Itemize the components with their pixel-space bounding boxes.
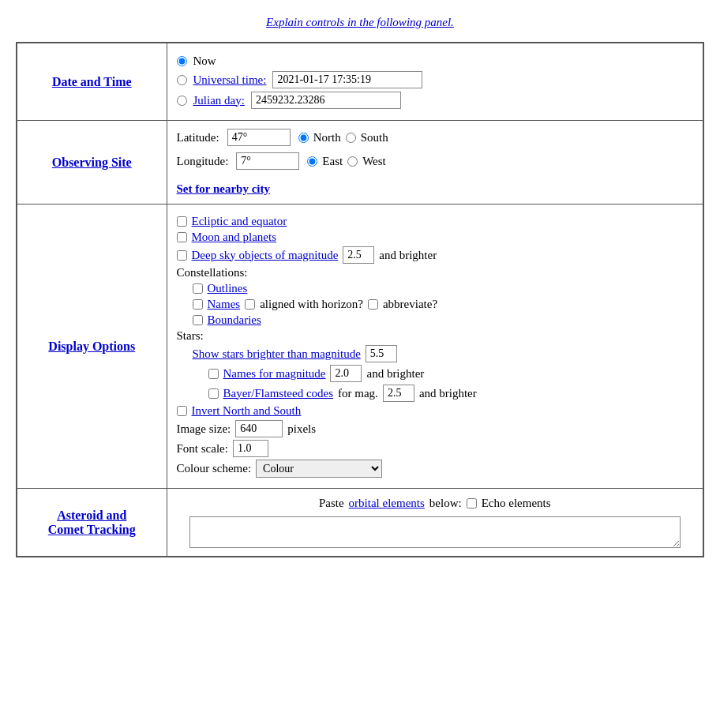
date-time-content: Now Universal time: Julian day: — [167, 43, 703, 121]
display-options-link[interactable]: Display Options — [48, 340, 135, 353]
bayer-mag-suffix: and brighter — [419, 387, 477, 400]
stars-header: Stars: — [177, 329, 694, 343]
bayer-link[interactable]: Bayer/Flamsteed codes — [223, 387, 334, 400]
names-link[interactable]: Names — [208, 298, 241, 310]
font-scale-input[interactable] — [233, 440, 268, 457]
names-label[interactable]: Names — [208, 298, 241, 311]
outlines-link[interactable]: Outlines — [208, 282, 248, 295]
date-time-link[interactable]: Date and Time — [52, 75, 132, 88]
west-radio[interactable] — [347, 156, 358, 167]
names-checkbox[interactable] — [193, 299, 203, 310]
moon-planets-checkbox[interactable] — [177, 232, 187, 242]
echo-checkbox[interactable] — [467, 498, 477, 508]
moon-planets-label[interactable]: Moon and planets — [192, 231, 276, 244]
names-mag-link[interactable]: Names for magnitude — [223, 367, 326, 380]
outlines-row: Outlines — [193, 282, 694, 295]
names-row: Names aligned with horizon? abbreviate? — [193, 298, 694, 311]
east-label[interactable]: East — [322, 155, 343, 168]
invert-link[interactable]: Invert North and South — [192, 404, 302, 417]
moon-planets-link[interactable]: Moon and planets — [192, 231, 276, 243]
julian-day-label[interactable]: Julian day: — [193, 94, 245, 107]
paste-prefix: Paste — [319, 497, 344, 510]
asteroid-label-line2: Comet Tracking — [48, 523, 136, 536]
names-mag-suffix: and brighter — [366, 367, 424, 381]
now-label[interactable]: Now — [193, 54, 216, 68]
observing-site-label-cell: Observing Site — [17, 121, 167, 205]
paste-row: Paste orbital elements below: Echo eleme… — [177, 497, 694, 510]
ecliptic-link[interactable]: Ecliptic and equator — [192, 215, 287, 227]
deep-sky-row: Deep sky objects of magnitude and bright… — [177, 246, 694, 264]
universal-time-radio[interactable] — [177, 75, 187, 85]
font-scale-row: Font scale: — [177, 440, 694, 457]
latitude-label: Latitude: — [177, 131, 219, 144]
julian-day-input[interactable] — [251, 92, 401, 109]
abbreviate-checkbox[interactable] — [368, 299, 378, 310]
bayer-mag-input[interactable] — [383, 385, 414, 402]
now-radio[interactable] — [177, 56, 187, 66]
bayer-mag-prefix: for mag. — [338, 387, 378, 400]
colour-scheme-label: Colour scheme: — [177, 462, 252, 475]
boundaries-label[interactable]: Boundaries — [208, 313, 261, 327]
names-mag-label[interactable]: Names for magnitude — [223, 367, 326, 381]
explain-link[interactable]: Explain controls in the following panel. — [266, 16, 454, 28]
ecliptic-label[interactable]: Ecliptic and equator — [192, 215, 287, 228]
east-west-group: East West — [307, 155, 385, 168]
north-label[interactable]: North — [313, 131, 341, 144]
universal-time-input[interactable] — [272, 71, 422, 88]
set-city-link[interactable]: Set for nearby city — [177, 182, 270, 196]
image-size-row: Image size: pixels — [177, 420, 694, 437]
bayer-checkbox[interactable] — [208, 388, 219, 399]
asteroid-link[interactable]: Asteroid and Comet Tracking — [48, 508, 136, 536]
orbital-elements-textarea[interactable] — [189, 516, 681, 548]
colour-scheme-select[interactable]: Colour B&W Night — [256, 460, 382, 478]
ecliptic-checkbox[interactable] — [177, 216, 187, 227]
observing-site-row: Observing Site Latitude: North South Lon… — [17, 121, 703, 205]
latitude-row: Latitude: North South — [177, 129, 694, 146]
invert-checkbox[interactable] — [177, 406, 187, 416]
south-label[interactable]: South — [361, 131, 388, 144]
show-stars-mag-input[interactable] — [366, 345, 397, 362]
moon-planets-row: Moon and planets — [177, 231, 694, 244]
names-mag-checkbox[interactable] — [208, 369, 219, 379]
latitude-input[interactable] — [227, 129, 291, 146]
bayer-label[interactable]: Bayer/Flamsteed codes — [223, 387, 334, 400]
show-stars-link[interactable]: Show stars brighter than magnitude — [193, 347, 361, 361]
names-mag-input[interactable] — [330, 365, 362, 382]
deep-sky-checkbox[interactable] — [177, 250, 187, 261]
image-size-input[interactable] — [235, 420, 283, 437]
echo-label: Echo elements — [482, 497, 551, 510]
observing-site-link[interactable]: Observing Site — [52, 156, 132, 169]
outlines-checkbox[interactable] — [193, 283, 203, 294]
deep-sky-suffix: and brighter — [379, 249, 437, 262]
julian-day-radio[interactable] — [177, 96, 187, 106]
julian-day-link[interactable]: Julian day: — [193, 94, 245, 107]
universal-time-link[interactable]: Universal time: — [193, 73, 267, 87]
now-row: Now — [177, 54, 694, 68]
ecliptic-row: Ecliptic and equator — [177, 215, 694, 228]
deep-sky-link[interactable]: Deep sky objects of magnitude — [192, 249, 339, 261]
longitude-input[interactable] — [236, 152, 299, 170]
aligned-checkbox[interactable] — [245, 299, 255, 310]
deep-sky-label[interactable]: Deep sky objects of magnitude — [192, 249, 339, 262]
boundaries-link[interactable]: Boundaries — [208, 313, 261, 326]
boundaries-row: Boundaries — [193, 313, 694, 327]
north-radio[interactable] — [298, 133, 309, 143]
boundaries-checkbox[interactable] — [193, 315, 203, 325]
outlines-label[interactable]: Outlines — [208, 282, 248, 295]
invert-label[interactable]: Invert North and South — [192, 404, 302, 418]
image-size-label: Image size: — [177, 422, 231, 436]
asteroid-content: Paste orbital elements below: Echo eleme… — [167, 489, 703, 557]
date-time-label-cell: Date and Time — [17, 43, 167, 121]
west-label[interactable]: West — [362, 155, 386, 168]
south-radio[interactable] — [346, 133, 356, 143]
asteroid-row: Asteroid and Comet Tracking Paste orbita… — [17, 489, 703, 557]
names-mag-row: Names for magnitude and brighter — [208, 365, 694, 382]
universal-time-label[interactable]: Universal time: — [193, 73, 267, 87]
deep-sky-mag-input[interactable] — [343, 246, 374, 264]
asteroid-label-cell: Asteroid and Comet Tracking — [17, 489, 167, 557]
date-time-row: Date and Time Now Universal time: Julian… — [17, 43, 703, 121]
invert-row: Invert North and South — [177, 404, 694, 418]
east-radio[interactable] — [307, 156, 317, 167]
orbital-elements-link[interactable]: orbital elements — [349, 497, 425, 510]
paste-suffix: below: — [429, 497, 462, 510]
